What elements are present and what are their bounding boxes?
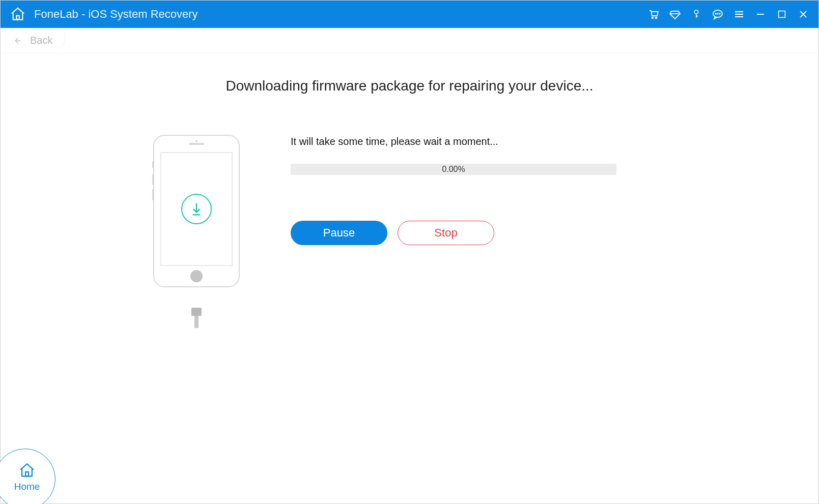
- cable-wire: [194, 316, 199, 328]
- wait-text: It will take some time, please wait a mo…: [291, 136, 616, 147]
- main-content: Downloading firmware package for repairi…: [1, 53, 818, 503]
- svg-point-3: [694, 10, 698, 14]
- home-icon[interactable]: [10, 6, 26, 22]
- menu-icon[interactable]: [733, 8, 745, 20]
- svg-rect-18: [25, 472, 29, 477]
- phone-home-button: [190, 270, 203, 282]
- titlebar-right: [647, 8, 809, 20]
- progress-area: It will take some time, please wait a mo…: [291, 135, 616, 245]
- svg-point-5: [715, 13, 716, 14]
- phone-screen: [160, 152, 233, 266]
- svg-rect-0: [16, 16, 19, 20]
- back-bar: Back: [1, 28, 818, 53]
- close-icon[interactable]: [797, 8, 809, 20]
- home-icon: [18, 462, 36, 479]
- diamond-icon[interactable]: [669, 8, 681, 20]
- svg-point-1: [652, 17, 654, 19]
- page-heading: Downloading firmware package for repairi…: [41, 78, 778, 94]
- phone-speaker: [189, 143, 204, 145]
- phone-side-button: [152, 189, 154, 200]
- phone-cable: [191, 308, 202, 328]
- phone-side-button: [152, 161, 154, 168]
- cart-icon[interactable]: [647, 8, 660, 20]
- svg-point-6: [717, 13, 718, 14]
- app-window: FoneLab - iOS System Recovery: [0, 0, 819, 504]
- titlebar-left: FoneLab - iOS System Recovery: [10, 6, 198, 22]
- maximize-icon[interactable]: [776, 8, 788, 20]
- svg-point-2: [656, 17, 657, 19]
- phone-side-button: [152, 174, 154, 185]
- back-arrow-icon: [13, 36, 22, 45]
- download-icon: [181, 194, 212, 224]
- phone-camera: [195, 140, 197, 142]
- back-button[interactable]: Back: [11, 32, 65, 49]
- svg-point-7: [719, 13, 720, 14]
- progress-bar: 0.00%: [291, 164, 616, 175]
- button-row: Pause Stop: [291, 221, 616, 245]
- back-label: Back: [30, 35, 52, 46]
- cable-connector: [191, 308, 202, 316]
- minimize-icon[interactable]: [754, 8, 767, 20]
- content-row: It will take some time, please wait a mo…: [41, 135, 778, 308]
- titlebar: FoneLab - iOS System Recovery: [1, 1, 818, 28]
- stop-button[interactable]: Stop: [398, 221, 494, 245]
- svg-rect-12: [779, 11, 785, 18]
- chat-icon[interactable]: [712, 8, 724, 20]
- pause-button[interactable]: Pause: [291, 221, 387, 245]
- key-icon[interactable]: [690, 8, 702, 20]
- home-label: Home: [14, 481, 40, 492]
- progress-percent: 0.00%: [442, 165, 465, 174]
- app-title: FoneLab - iOS System Recovery: [34, 8, 198, 21]
- phone-illustration: [153, 135, 240, 308]
- phone-body: [153, 135, 240, 287]
